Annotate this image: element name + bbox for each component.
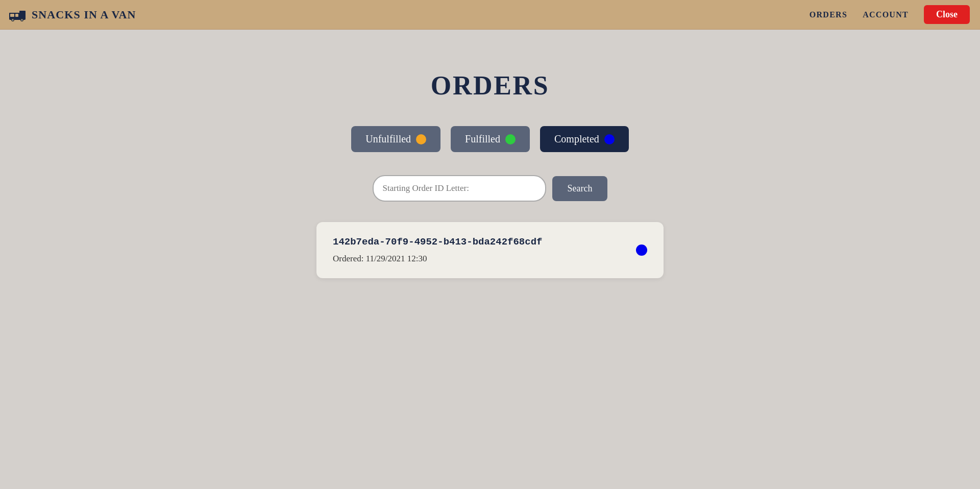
- brand-section: Snacks in a Van: [8, 6, 136, 24]
- svg-rect-8: [19, 11, 26, 17]
- filter-buttons: Unfulfilled Fulfilled Completed: [351, 126, 629, 152]
- orders-list: 142b7eda-70f9-4952-b413-bda242f68cdf Ord…: [316, 222, 664, 278]
- order-date-value: 11/29/2021 12:30: [366, 254, 427, 263]
- svg-point-7: [21, 19, 23, 20]
- page-title: Orders: [431, 70, 549, 101]
- completed-label: Completed: [554, 133, 599, 145]
- order-card[interactable]: 142b7eda-70f9-4952-b413-bda242f68cdf Ord…: [316, 222, 664, 278]
- header: Snacks in a Van Orders Account Close: [0, 0, 980, 30]
- brand-name: Snacks in a Van: [32, 8, 136, 21]
- search-bar: Search: [373, 175, 608, 202]
- fulfilled-dot: [505, 134, 516, 144]
- orders-nav-link[interactable]: Orders: [810, 10, 847, 19]
- fulfilled-filter-button[interactable]: Fulfilled: [451, 126, 530, 152]
- order-date: Ordered: 11/29/2021 12:30: [333, 254, 647, 264]
- ordered-label: Ordered:: [333, 254, 366, 263]
- completed-dot: [604, 134, 615, 144]
- search-input[interactable]: [373, 175, 546, 202]
- header-nav: Orders Account Close: [810, 5, 970, 24]
- svg-rect-3: [15, 14, 18, 17]
- svg-point-5: [12, 19, 14, 20]
- account-nav-link[interactable]: Account: [863, 10, 909, 19]
- fulfilled-label: Fulfilled: [465, 133, 500, 145]
- order-id: 142b7eda-70f9-4952-b413-bda242f68cdf: [333, 236, 647, 248]
- close-button[interactable]: Close: [924, 5, 970, 24]
- van-icon: [8, 6, 27, 24]
- main-content: Orders Unfulfilled Fulfilled Completed S…: [0, 30, 980, 278]
- order-status-dot: [636, 244, 647, 256]
- search-button[interactable]: Search: [552, 176, 608, 201]
- unfulfilled-label: Unfulfilled: [365, 133, 411, 145]
- unfulfilled-filter-button[interactable]: Unfulfilled: [351, 126, 440, 152]
- completed-filter-button[interactable]: Completed: [540, 126, 629, 152]
- svg-rect-2: [10, 14, 14, 17]
- unfulfilled-dot: [416, 134, 426, 144]
